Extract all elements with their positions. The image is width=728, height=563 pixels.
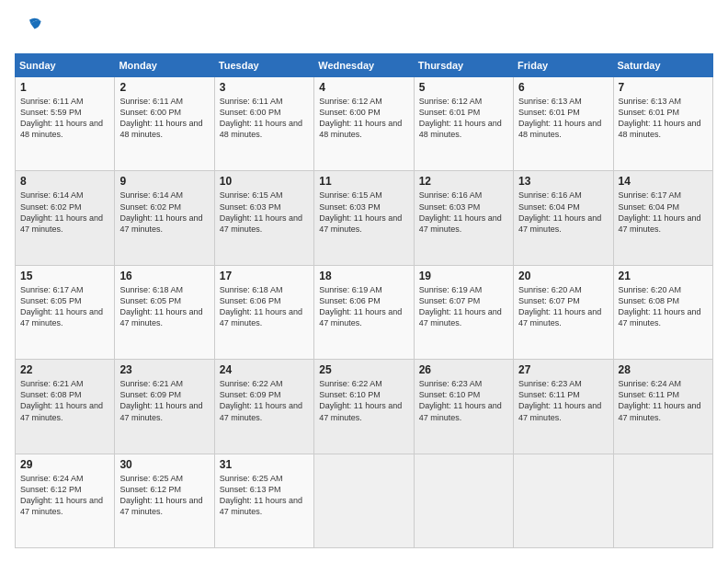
day-cell: 2 Sunrise: 6:11 AM Sunset: 6:00 PM Dayli… xyxy=(115,77,214,171)
day-number: 24 xyxy=(220,363,309,376)
day-cell: 10 Sunrise: 6:15 AM Sunset: 6:03 PM Dayl… xyxy=(214,171,313,265)
day-info: Sunrise: 6:22 AM Sunset: 6:09 PM Dayligh… xyxy=(220,378,309,423)
day-info: Sunrise: 6:16 AM Sunset: 6:04 PM Dayligh… xyxy=(518,190,608,235)
day-info: Sunrise: 6:21 AM Sunset: 6:09 PM Dayligh… xyxy=(119,378,209,423)
day-number: 22 xyxy=(20,363,109,376)
day-number: 29 xyxy=(20,458,109,471)
day-number: 10 xyxy=(220,175,309,188)
day-number: 18 xyxy=(319,270,408,282)
day-info: Sunrise: 6:20 AM Sunset: 6:08 PM Dayligh… xyxy=(619,284,708,329)
weekday-header-friday: Friday xyxy=(514,54,613,77)
day-info: Sunrise: 6:15 AM Sunset: 6:03 PM Dayligh… xyxy=(319,190,408,235)
day-number: 16 xyxy=(119,270,209,282)
day-info: Sunrise: 6:18 AM Sunset: 6:05 PM Dayligh… xyxy=(119,284,209,329)
day-number: 5 xyxy=(419,81,508,94)
day-number: 8 xyxy=(20,175,109,188)
day-cell: 5 Sunrise: 6:12 AM Sunset: 6:01 PM Dayli… xyxy=(414,77,513,171)
week-row-4: 22 Sunrise: 6:21 AM Sunset: 6:08 PM Dayl… xyxy=(16,360,713,454)
day-cell: 27 Sunrise: 6:23 AM Sunset: 6:11 PM Dayl… xyxy=(514,360,613,454)
day-cell: 3 Sunrise: 6:11 AM Sunset: 6:00 PM Dayli… xyxy=(214,77,313,171)
day-cell: 9 Sunrise: 6:14 AM Sunset: 6:02 PM Dayli… xyxy=(115,171,214,265)
day-number: 6 xyxy=(518,81,608,94)
day-cell xyxy=(613,454,712,547)
day-info: Sunrise: 6:12 AM Sunset: 6:00 PM Dayligh… xyxy=(319,96,408,141)
day-cell: 19 Sunrise: 6:19 AM Sunset: 6:07 PM Dayl… xyxy=(414,265,513,359)
day-number: 3 xyxy=(220,81,309,94)
logo xyxy=(15,15,42,44)
day-number: 27 xyxy=(518,363,608,376)
day-info: Sunrise: 6:17 AM Sunset: 6:05 PM Dayligh… xyxy=(20,284,109,329)
day-cell xyxy=(414,454,513,547)
day-cell: 4 Sunrise: 6:12 AM Sunset: 6:00 PM Dayli… xyxy=(314,77,414,171)
day-number: 7 xyxy=(619,81,708,94)
day-number: 28 xyxy=(619,363,708,376)
day-number: 20 xyxy=(518,270,608,282)
weekday-header-sunday: Sunday xyxy=(16,54,115,77)
day-number: 4 xyxy=(319,81,408,94)
day-cell: 24 Sunrise: 6:22 AM Sunset: 6:09 PM Dayl… xyxy=(214,360,313,454)
day-cell: 1 Sunrise: 6:11 AM Sunset: 5:59 PM Dayli… xyxy=(16,77,115,171)
day-info: Sunrise: 6:14 AM Sunset: 6:02 PM Dayligh… xyxy=(119,190,209,235)
day-info: Sunrise: 6:16 AM Sunset: 6:03 PM Dayligh… xyxy=(419,190,508,235)
weekday-header-thursday: Thursday xyxy=(414,54,513,77)
day-cell xyxy=(314,454,414,547)
day-info: Sunrise: 6:25 AM Sunset: 6:12 PM Dayligh… xyxy=(119,473,209,518)
logo-icon xyxy=(17,15,42,40)
day-number: 2 xyxy=(119,81,209,94)
day-number: 9 xyxy=(119,175,209,188)
calendar-header: SundayMondayTuesdayWednesdayThursdayFrid… xyxy=(16,54,713,77)
day-cell xyxy=(514,454,613,547)
day-info: Sunrise: 6:21 AM Sunset: 6:08 PM Dayligh… xyxy=(20,378,109,423)
day-info: Sunrise: 6:23 AM Sunset: 6:11 PM Dayligh… xyxy=(518,378,608,423)
day-cell: 15 Sunrise: 6:17 AM Sunset: 6:05 PM Dayl… xyxy=(16,265,115,359)
day-cell: 30 Sunrise: 6:25 AM Sunset: 6:12 PM Dayl… xyxy=(115,454,214,547)
week-row-2: 8 Sunrise: 6:14 AM Sunset: 6:02 PM Dayli… xyxy=(16,171,713,265)
day-info: Sunrise: 6:12 AM Sunset: 6:01 PM Dayligh… xyxy=(419,96,508,141)
day-info: Sunrise: 6:15 AM Sunset: 6:03 PM Dayligh… xyxy=(220,190,309,235)
day-number: 11 xyxy=(319,175,408,188)
day-cell: 25 Sunrise: 6:22 AM Sunset: 6:10 PM Dayl… xyxy=(314,360,414,454)
day-cell: 7 Sunrise: 6:13 AM Sunset: 6:01 PM Dayli… xyxy=(613,77,712,171)
day-info: Sunrise: 6:19 AM Sunset: 6:06 PM Dayligh… xyxy=(319,284,408,329)
weekday-header-monday: Monday xyxy=(115,54,214,77)
day-number: 31 xyxy=(220,458,309,471)
calendar-page: SundayMondayTuesdayWednesdayThursdayFrid… xyxy=(0,0,728,563)
day-info: Sunrise: 6:18 AM Sunset: 6:06 PM Dayligh… xyxy=(220,284,309,329)
day-cell: 17 Sunrise: 6:18 AM Sunset: 6:06 PM Dayl… xyxy=(214,265,313,359)
day-cell: 18 Sunrise: 6:19 AM Sunset: 6:06 PM Dayl… xyxy=(314,265,414,359)
day-info: Sunrise: 6:11 AM Sunset: 6:00 PM Dayligh… xyxy=(119,96,209,141)
day-info: Sunrise: 6:23 AM Sunset: 6:10 PM Dayligh… xyxy=(419,378,508,423)
day-number: 15 xyxy=(20,270,109,282)
day-info: Sunrise: 6:13 AM Sunset: 6:01 PM Dayligh… xyxy=(518,96,608,141)
day-info: Sunrise: 6:17 AM Sunset: 6:04 PM Dayligh… xyxy=(619,190,708,235)
day-cell: 12 Sunrise: 6:16 AM Sunset: 6:03 PM Dayl… xyxy=(414,171,513,265)
day-number: 14 xyxy=(619,175,708,188)
day-info: Sunrise: 6:11 AM Sunset: 6:00 PM Dayligh… xyxy=(220,96,309,141)
day-number: 23 xyxy=(119,363,209,376)
day-number: 25 xyxy=(319,363,408,376)
day-number: 21 xyxy=(619,270,708,282)
day-info: Sunrise: 6:22 AM Sunset: 6:10 PM Dayligh… xyxy=(319,378,408,423)
day-cell: 26 Sunrise: 6:23 AM Sunset: 6:10 PM Dayl… xyxy=(414,360,513,454)
day-cell: 16 Sunrise: 6:18 AM Sunset: 6:05 PM Dayl… xyxy=(115,265,214,359)
day-cell: 22 Sunrise: 6:21 AM Sunset: 6:08 PM Dayl… xyxy=(16,360,115,454)
day-info: Sunrise: 6:24 AM Sunset: 6:11 PM Dayligh… xyxy=(619,378,708,423)
day-number: 30 xyxy=(119,458,209,471)
weekday-header-tuesday: Tuesday xyxy=(214,54,313,77)
calendar-table: SundayMondayTuesdayWednesdayThursdayFrid… xyxy=(15,53,713,548)
weekday-header-saturday: Saturday xyxy=(613,54,712,77)
day-cell: 14 Sunrise: 6:17 AM Sunset: 6:04 PM Dayl… xyxy=(613,171,712,265)
day-info: Sunrise: 6:13 AM Sunset: 6:01 PM Dayligh… xyxy=(619,96,708,141)
day-cell: 28 Sunrise: 6:24 AM Sunset: 6:11 PM Dayl… xyxy=(613,360,712,454)
week-row-3: 15 Sunrise: 6:17 AM Sunset: 6:05 PM Dayl… xyxy=(16,265,713,359)
day-cell: 20 Sunrise: 6:20 AM Sunset: 6:07 PM Dayl… xyxy=(514,265,613,359)
day-cell: 23 Sunrise: 6:21 AM Sunset: 6:09 PM Dayl… xyxy=(115,360,214,454)
weekday-row: SundayMondayTuesdayWednesdayThursdayFrid… xyxy=(16,54,713,77)
day-cell: 11 Sunrise: 6:15 AM Sunset: 6:03 PM Dayl… xyxy=(314,171,414,265)
day-cell: 29 Sunrise: 6:24 AM Sunset: 6:12 PM Dayl… xyxy=(16,454,115,547)
day-info: Sunrise: 6:19 AM Sunset: 6:07 PM Dayligh… xyxy=(419,284,508,329)
calendar-body: 1 Sunrise: 6:11 AM Sunset: 5:59 PM Dayli… xyxy=(16,77,713,548)
day-info: Sunrise: 6:11 AM Sunset: 5:59 PM Dayligh… xyxy=(20,96,109,141)
header xyxy=(15,15,713,44)
day-info: Sunrise: 6:24 AM Sunset: 6:12 PM Dayligh… xyxy=(20,473,109,518)
